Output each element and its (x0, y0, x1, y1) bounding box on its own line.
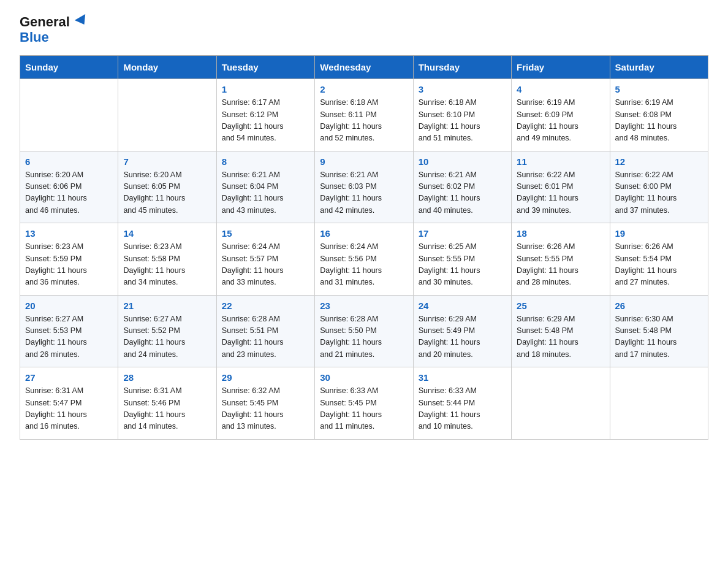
day-info: Sunrise: 6:19 AMSunset: 6:09 PMDaylight:… (517, 97, 604, 145)
day-number: 30 (320, 372, 408, 383)
day-number: 24 (419, 301, 506, 311)
day-number: 14 (123, 228, 211, 239)
day-number: 21 (123, 301, 211, 311)
day-info: Sunrise: 6:26 AMSunset: 5:54 PMDaylight:… (615, 241, 703, 289)
calendar-cell (512, 367, 610, 440)
day-number: 12 (615, 156, 703, 167)
weekday-header-sunday: Sunday (20, 56, 118, 79)
calendar-cell: 14Sunrise: 6:23 AMSunset: 5:58 PMDayligh… (118, 223, 216, 296)
day-info: Sunrise: 6:29 AMSunset: 5:49 PMDaylight:… (419, 313, 506, 361)
weekday-header-tuesday: Tuesday (216, 56, 314, 79)
day-info: Sunrise: 6:21 AMSunset: 6:04 PMDaylight:… (222, 169, 309, 217)
day-info: Sunrise: 6:31 AMSunset: 5:46 PMDaylight:… (123, 385, 211, 433)
calendar-cell: 1Sunrise: 6:17 AMSunset: 6:12 PMDaylight… (216, 79, 314, 151)
calendar-cell: 20Sunrise: 6:27 AMSunset: 5:53 PMDayligh… (20, 295, 118, 367)
calendar-cell: 23Sunrise: 6:28 AMSunset: 5:50 PMDayligh… (315, 295, 413, 367)
day-info: Sunrise: 6:26 AMSunset: 5:55 PMDaylight:… (517, 241, 604, 289)
calendar-cell (118, 79, 216, 151)
day-number: 23 (320, 301, 408, 311)
logo-general-text: General (20, 15, 88, 29)
day-number: 28 (123, 372, 211, 383)
calendar-cell: 8Sunrise: 6:21 AMSunset: 6:04 PMDaylight… (216, 151, 314, 223)
day-info: Sunrise: 6:32 AMSunset: 5:45 PMDaylight:… (222, 385, 309, 433)
day-info: Sunrise: 6:29 AMSunset: 5:48 PMDaylight:… (517, 313, 604, 361)
calendar-cell: 13Sunrise: 6:23 AMSunset: 5:59 PMDayligh… (20, 223, 118, 296)
calendar-cell: 9Sunrise: 6:21 AMSunset: 6:03 PMDaylight… (315, 151, 413, 223)
page-header: General Blue (20, 15, 708, 45)
day-info: Sunrise: 6:31 AMSunset: 5:47 PMDaylight:… (25, 385, 113, 433)
day-number: 9 (320, 156, 408, 167)
day-number: 29 (222, 372, 309, 383)
day-number: 4 (517, 84, 604, 94)
day-number: 8 (222, 156, 309, 167)
calendar-cell: 28Sunrise: 6:31 AMSunset: 5:46 PMDayligh… (118, 367, 216, 440)
day-info: Sunrise: 6:33 AMSunset: 5:45 PMDaylight:… (320, 385, 408, 433)
day-number: 31 (419, 372, 506, 383)
calendar-week-row: 20Sunrise: 6:27 AMSunset: 5:53 PMDayligh… (20, 295, 708, 367)
day-info: Sunrise: 6:19 AMSunset: 6:08 PMDaylight:… (615, 97, 703, 145)
calendar-cell: 7Sunrise: 6:20 AMSunset: 6:05 PMDaylight… (118, 151, 216, 223)
calendar-cell: 6Sunrise: 6:20 AMSunset: 6:06 PMDaylight… (20, 151, 118, 223)
calendar-cell: 18Sunrise: 6:26 AMSunset: 5:55 PMDayligh… (512, 223, 610, 296)
day-info: Sunrise: 6:21 AMSunset: 6:02 PMDaylight:… (419, 169, 506, 217)
calendar-table: SundayMondayTuesdayWednesdayThursdayFrid… (20, 55, 708, 440)
day-number: 7 (123, 156, 211, 167)
day-info: Sunrise: 6:22 AMSunset: 6:00 PMDaylight:… (615, 169, 703, 217)
calendar-cell: 19Sunrise: 6:26 AMSunset: 5:54 PMDayligh… (610, 223, 708, 296)
calendar-cell: 30Sunrise: 6:33 AMSunset: 5:45 PMDayligh… (315, 367, 413, 440)
day-number: 13 (25, 228, 113, 239)
logo-blue-text: Blue (20, 29, 49, 45)
day-number: 11 (517, 156, 604, 167)
calendar-cell: 12Sunrise: 6:22 AMSunset: 6:00 PMDayligh… (610, 151, 708, 223)
day-info: Sunrise: 6:20 AMSunset: 6:06 PMDaylight:… (25, 169, 113, 217)
day-number: 19 (615, 228, 703, 239)
calendar-cell: 3Sunrise: 6:18 AMSunset: 6:10 PMDaylight… (413, 79, 511, 151)
logo-triangle-icon (75, 14, 89, 28)
calendar-cell: 25Sunrise: 6:29 AMSunset: 5:48 PMDayligh… (512, 295, 610, 367)
day-number: 10 (419, 156, 506, 167)
day-info: Sunrise: 6:20 AMSunset: 6:05 PMDaylight:… (123, 169, 211, 217)
day-number: 6 (25, 156, 113, 167)
day-info: Sunrise: 6:17 AMSunset: 6:12 PMDaylight:… (222, 97, 309, 145)
calendar-cell: 5Sunrise: 6:19 AMSunset: 6:08 PMDaylight… (610, 79, 708, 151)
calendar-cell: 31Sunrise: 6:33 AMSunset: 5:44 PMDayligh… (413, 367, 511, 440)
day-info: Sunrise: 6:18 AMSunset: 6:10 PMDaylight:… (419, 97, 506, 145)
day-info: Sunrise: 6:22 AMSunset: 6:01 PMDaylight:… (517, 169, 604, 217)
day-number: 25 (517, 301, 604, 311)
day-number: 15 (222, 228, 309, 239)
day-info: Sunrise: 6:24 AMSunset: 5:57 PMDaylight:… (222, 241, 309, 289)
day-number: 16 (320, 228, 408, 239)
calendar-week-row: 27Sunrise: 6:31 AMSunset: 5:47 PMDayligh… (20, 367, 708, 440)
weekday-header-saturday: Saturday (610, 56, 708, 79)
day-number: 27 (25, 372, 113, 383)
day-info: Sunrise: 6:27 AMSunset: 5:53 PMDaylight:… (25, 313, 113, 361)
calendar-cell: 26Sunrise: 6:30 AMSunset: 5:48 PMDayligh… (610, 295, 708, 367)
weekday-header-thursday: Thursday (413, 56, 511, 79)
calendar-cell (610, 367, 708, 440)
calendar-cell: 4Sunrise: 6:19 AMSunset: 6:09 PMDaylight… (512, 79, 610, 151)
weekday-header-wednesday: Wednesday (315, 56, 413, 79)
calendar-cell: 29Sunrise: 6:32 AMSunset: 5:45 PMDayligh… (216, 367, 314, 440)
logo: General Blue (20, 15, 88, 45)
calendar-cell: 11Sunrise: 6:22 AMSunset: 6:01 PMDayligh… (512, 151, 610, 223)
calendar-cell: 24Sunrise: 6:29 AMSunset: 5:49 PMDayligh… (413, 295, 511, 367)
calendar-cell: 10Sunrise: 6:21 AMSunset: 6:02 PMDayligh… (413, 151, 511, 223)
day-number: 5 (615, 84, 703, 94)
day-number: 20 (25, 301, 113, 311)
calendar-cell: 21Sunrise: 6:27 AMSunset: 5:52 PMDayligh… (118, 295, 216, 367)
day-info: Sunrise: 6:27 AMSunset: 5:52 PMDaylight:… (123, 313, 211, 361)
day-info: Sunrise: 6:24 AMSunset: 5:56 PMDaylight:… (320, 241, 408, 289)
day-number: 2 (320, 84, 408, 94)
calendar-week-row: 6Sunrise: 6:20 AMSunset: 6:06 PMDaylight… (20, 151, 708, 223)
day-info: Sunrise: 6:23 AMSunset: 5:59 PMDaylight:… (25, 241, 113, 289)
calendar-cell: 16Sunrise: 6:24 AMSunset: 5:56 PMDayligh… (315, 223, 413, 296)
day-number: 1 (222, 84, 309, 94)
day-info: Sunrise: 6:23 AMSunset: 5:58 PMDaylight:… (123, 241, 211, 289)
calendar-cell: 27Sunrise: 6:31 AMSunset: 5:47 PMDayligh… (20, 367, 118, 440)
day-number: 22 (222, 301, 309, 311)
calendar-cell: 22Sunrise: 6:28 AMSunset: 5:51 PMDayligh… (216, 295, 314, 367)
calendar-week-row: 1Sunrise: 6:17 AMSunset: 6:12 PMDaylight… (20, 79, 708, 151)
day-number: 17 (419, 228, 506, 239)
calendar-cell: 15Sunrise: 6:24 AMSunset: 5:57 PMDayligh… (216, 223, 314, 296)
day-info: Sunrise: 6:33 AMSunset: 5:44 PMDaylight:… (419, 385, 506, 433)
